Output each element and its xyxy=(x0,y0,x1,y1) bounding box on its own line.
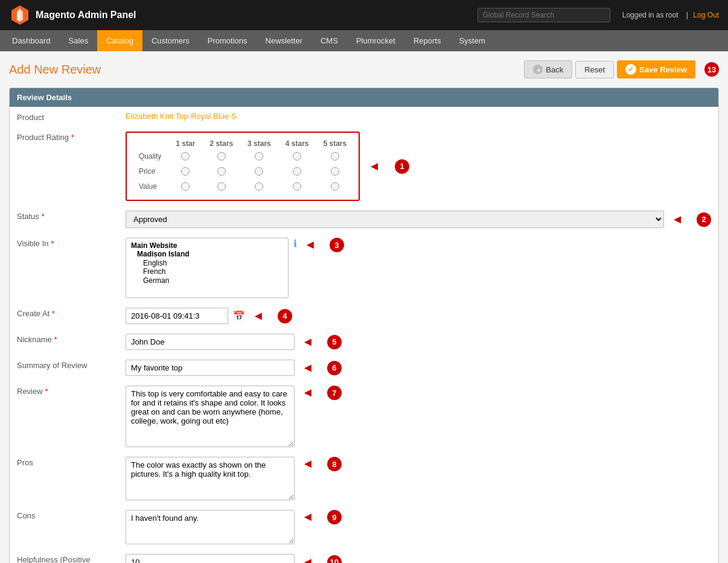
price-1star[interactable] xyxy=(168,165,202,180)
value-3star-radio[interactable] xyxy=(255,182,263,191)
back-arrow-icon: ◂ xyxy=(533,65,543,74)
nav-dashboard[interactable]: Dashboard xyxy=(3,30,60,51)
quality-4stars[interactable] xyxy=(278,150,316,165)
quality-4star-radio[interactable] xyxy=(293,152,301,161)
global-search-input[interactable] xyxy=(477,8,610,22)
nav-system[interactable]: System xyxy=(450,30,494,51)
price-2star-radio[interactable] xyxy=(217,167,226,176)
cons-label: Cons xyxy=(10,505,118,549)
value-5stars[interactable] xyxy=(316,180,354,195)
review-label: Review * xyxy=(10,381,118,452)
summary-label: Summary of Review xyxy=(10,355,118,381)
visible-in-select[interactable]: Main Website Madison Island English Fren… xyxy=(126,238,289,298)
create-at-label: Create At * xyxy=(10,303,118,329)
status-cell: Approved Pending Not Approved ◄ 2 xyxy=(118,206,718,233)
visible-main-website: Main Website xyxy=(131,241,283,250)
helpfulness-pos-cell: 10 ◄ 10 xyxy=(118,549,718,563)
cons-textarea[interactable]: I haven't found any. xyxy=(126,510,295,544)
annotation-arrow-3: ◄ xyxy=(304,238,316,252)
nickname-area: John Doe ◄ 5 xyxy=(126,334,711,350)
required-star-visible: * xyxy=(51,239,54,248)
create-at-input[interactable]: 2016-08-01 09:41:3 xyxy=(126,308,228,324)
summary-row: Summary of Review My favorite top ◄ 6 xyxy=(10,355,718,381)
product-row: Product Elizabeth Knit Top-Royal Blue-S xyxy=(10,107,718,127)
review-textarea[interactable]: This top is very comfortable and easy to… xyxy=(126,386,295,447)
nav-plumrocket[interactable]: Plumrocket xyxy=(347,30,404,51)
nav-sales[interactable]: Sales xyxy=(60,30,98,51)
price-2stars[interactable] xyxy=(202,165,240,180)
required-star-nickname: * xyxy=(54,335,57,344)
rating-header-row: 1 star 2 stars 3 stars 4 stars 5 stars xyxy=(132,138,354,150)
helpfulness-pos-label: Helpfulness (Positive Votes) xyxy=(10,549,118,563)
price-5stars[interactable] xyxy=(316,165,354,180)
annotation-arrow-7: ◄ xyxy=(302,386,314,399)
cons-area: I haven't found any. ◄ 9 xyxy=(126,510,711,544)
value-4stars[interactable] xyxy=(278,180,316,195)
quality-1star[interactable] xyxy=(168,150,202,165)
price-3stars[interactable] xyxy=(240,165,278,180)
nickname-input[interactable]: John Doe xyxy=(126,334,295,350)
quality-3stars[interactable] xyxy=(240,150,278,165)
quality-1star-radio[interactable] xyxy=(181,152,190,161)
price-4stars[interactable] xyxy=(278,165,316,180)
form-table: Product Elizabeth Knit Top-Royal Blue-S … xyxy=(10,107,718,563)
quality-3star-radio[interactable] xyxy=(255,152,263,161)
quality-2stars[interactable] xyxy=(202,150,240,165)
section-header: Review Details xyxy=(10,88,718,107)
logo-text: Magento Admin Panel xyxy=(36,10,136,21)
summary-area: My favorite top ◄ 6 xyxy=(126,360,711,376)
price-3star-radio[interactable] xyxy=(255,167,263,176)
review-cell: This top is very comfortable and easy to… xyxy=(118,381,718,452)
annotation-arrow-5: ◄ xyxy=(302,335,314,349)
nav-newsletter[interactable]: Newsletter xyxy=(257,30,311,51)
nav-reports[interactable]: Reports xyxy=(404,30,450,51)
nav-cms[interactable]: CMS xyxy=(311,30,347,51)
nav-promotions[interactable]: Promotions xyxy=(199,30,257,51)
nickname-label: Nickname * xyxy=(10,329,118,355)
info-icon[interactable]: ℹ xyxy=(293,238,297,249)
quality-5star-radio[interactable] xyxy=(331,152,339,161)
helpfulness-pos-row: Helpfulness (Positive Votes) 10 ◄ 10 xyxy=(10,549,718,563)
value-5star-radio[interactable] xyxy=(331,182,339,191)
value-2star-radio[interactable] xyxy=(217,182,226,191)
visible-in-area: Main Website Madison Island English Fren… xyxy=(126,238,711,298)
quality-rating-row: Quality xyxy=(132,150,354,165)
price-rating-row: Price xyxy=(132,165,354,180)
pros-label: Pros xyxy=(10,452,118,505)
annotation-arrow-9: ◄ xyxy=(302,510,314,524)
price-5star-radio[interactable] xyxy=(331,167,339,176)
rating-area: 1 star 2 stars 3 stars 4 stars 5 stars xyxy=(126,132,711,201)
annotation-arrow-4: ◄ xyxy=(252,309,264,323)
value-3stars[interactable] xyxy=(240,180,278,195)
review-area: This top is very comfortable and easy to… xyxy=(126,386,711,447)
save-review-button[interactable]: ✓ Save Review xyxy=(617,60,695,78)
quality-2star-radio[interactable] xyxy=(217,152,226,161)
value-2stars[interactable] xyxy=(202,180,240,195)
price-1star-radio[interactable] xyxy=(181,167,190,176)
rating-3stars-header: 3 stars xyxy=(240,138,278,150)
logout-link[interactable]: Log Out xyxy=(693,11,719,19)
product-rating-label: Product Rating * xyxy=(10,127,118,206)
summary-input[interactable]: My favorite top xyxy=(126,360,295,376)
visible-in-row: Visible In * Main Website Madison Island… xyxy=(10,233,718,303)
visible-in-select-wrap: Main Website Madison Island English Fren… xyxy=(126,238,289,298)
product-link[interactable]: Elizabeth Knit Top-Royal Blue-S xyxy=(126,112,237,121)
annotation-badge-3: 3 xyxy=(330,238,344,252)
product-value-cell: Elizabeth Knit Top-Royal Blue-S xyxy=(118,107,718,127)
value-1star[interactable] xyxy=(168,180,202,195)
create-at-area: 2016-08-01 09:41:3 📅 ◄ 4 xyxy=(126,308,711,324)
value-1star-radio[interactable] xyxy=(181,182,190,191)
annotation-badge-6: 6 xyxy=(327,361,342,375)
price-4star-radio[interactable] xyxy=(293,167,301,176)
quality-5stars[interactable] xyxy=(316,150,354,165)
helpfulness-pos-input[interactable]: 10 xyxy=(126,554,295,563)
nav-catalog[interactable]: Catalog xyxy=(97,30,142,51)
pros-textarea[interactable]: The color was exactly as shown on the pi… xyxy=(126,457,295,500)
reset-button[interactable]: Reset xyxy=(575,61,614,78)
value-4star-radio[interactable] xyxy=(293,182,301,191)
status-select[interactable]: Approved Pending Not Approved xyxy=(126,211,664,228)
back-button[interactable]: ◂ Back xyxy=(524,60,572,78)
calendar-icon[interactable]: 📅 xyxy=(233,310,245,322)
visible-in-cell: Main Website Madison Island English Fren… xyxy=(118,233,718,303)
nav-customers[interactable]: Customers xyxy=(142,30,199,51)
